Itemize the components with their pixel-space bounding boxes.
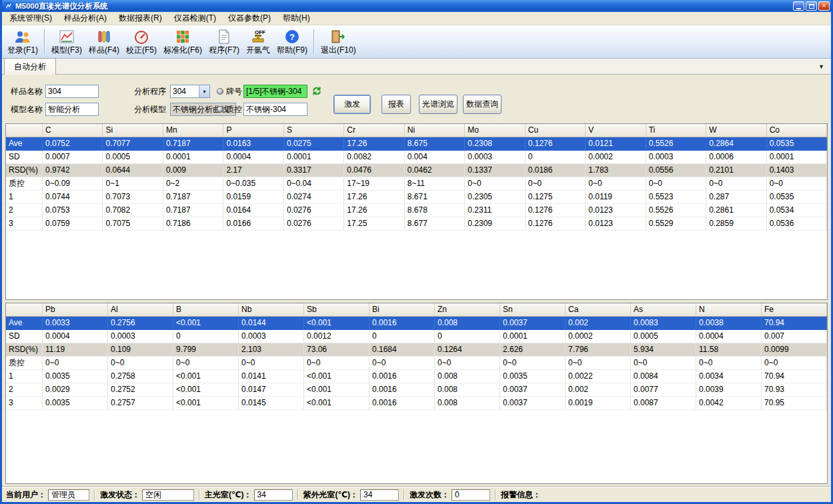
help-button[interactable]: ? 帮助(F9): [273, 27, 311, 57]
close-button[interactable]: ×: [818, 1, 830, 11]
program-button[interactable]: 程序(F7): [205, 27, 243, 57]
data-cell: 0.2756: [108, 317, 173, 330]
exit-button[interactable]: 退出(F10): [317, 27, 359, 57]
sample-button[interactable]: 样品(F4): [85, 27, 123, 57]
column-header-Zn: Zn: [435, 303, 500, 316]
data-cell: 2.17: [223, 164, 283, 177]
table1-row-SD[interactable]: SD0.00070.00050.00010.00040.00010.00820.…: [6, 151, 827, 164]
data-cell: 0~0.035: [223, 177, 283, 191]
column-header-W: W: [706, 124, 766, 137]
data-cell: 11.58: [696, 343, 762, 357]
brand-bullet-icon: [217, 88, 223, 95]
refresh-brand-button[interactable]: [311, 86, 322, 98]
data-cell: 0.0753: [43, 204, 103, 217]
table2-row-质控[interactable]: 质控0~00~00~00~00~00~00~00~00~00~00~00~0: [6, 357, 827, 370]
data-cell: 0.007: [762, 330, 827, 343]
maximize-button[interactable]: [806, 1, 817, 11]
data-cell: 0.0275: [284, 137, 344, 151]
table1-row-RSD(%)[interactable]: RSD(%)0.97420.06440.0092.170.33170.04760…: [6, 164, 827, 177]
data-cell: 0.5529: [646, 217, 706, 231]
data-cell: 0.0002: [566, 330, 631, 343]
data-cell: 0~0: [435, 357, 500, 370]
table1-row-1[interactable]: 10.07440.70730.71870.01590.027417.268.67…: [6, 191, 827, 204]
model-label: 模型(F3): [51, 45, 82, 56]
menu-item-3[interactable]: 数据报表(R): [113, 11, 168, 26]
program-combobox[interactable]: 304 ▼: [170, 85, 210, 98]
model-name-input[interactable]: [45, 103, 99, 116]
excite-count-value: 0: [452, 489, 490, 501]
data-cell: 0.0016: [369, 383, 435, 397]
data-cell: 0.7186: [163, 217, 223, 231]
excite-button[interactable]: 激发: [333, 95, 371, 114]
data-cell: 0.0163: [223, 137, 283, 151]
data-cell: 0.1275: [526, 191, 586, 204]
uv-chamber-label: 紫外光室(℃)：: [303, 489, 359, 501]
data-cell: 0.0037: [500, 397, 566, 410]
data-cell: 0.0038: [696, 317, 762, 330]
data-cell: 0.7187: [163, 191, 223, 204]
data-cell: 0.0752: [43, 137, 103, 151]
statusbar-separator: [495, 489, 496, 500]
data-cell: 0.287: [706, 191, 766, 204]
brand-field[interactable]: [1/5]不锈钢-304: [243, 85, 307, 98]
menu-item-1[interactable]: 系统管理(S): [3, 11, 58, 26]
chevron-down-icon[interactable]: ▼: [199, 85, 209, 97]
data-query-button[interactable]: 数据查询: [463, 95, 502, 114]
data-cell: 0.7073: [103, 191, 163, 204]
data-cell: 0: [173, 330, 239, 343]
column-header-C: C: [43, 124, 103, 137]
row-label: 1: [6, 191, 43, 204]
statusbar-separator: [403, 489, 405, 500]
table2-row-1[interactable]: 10.00350.2758<0.0010.0141<0.0010.00160.0…: [6, 370, 827, 383]
argon-button[interactable]: OFF 开氩气: [243, 27, 273, 57]
login-button[interactable]: 登录(F1): [4, 27, 41, 57]
menu-item-4[interactable]: 仪器检测(T): [168, 11, 222, 26]
current-user-value: 管理员: [48, 489, 89, 501]
data-cell: 11.19: [43, 343, 108, 357]
data-cell: 0.0159: [223, 191, 283, 204]
data-cell: 0.0077: [631, 383, 696, 397]
minimize-button[interactable]: [793, 1, 804, 11]
sample-name-input[interactable]: [45, 85, 99, 98]
table1-row-3[interactable]: 30.07590.70750.71860.01660.027617.258.67…: [6, 217, 827, 231]
data-cell: 0.0035: [43, 397, 108, 410]
sample-icon: [96, 29, 112, 45]
table2-row-SD[interactable]: SD0.00040.000300.00030.0012000.00010.000…: [6, 330, 827, 343]
tab-auto-analysis[interactable]: 自动分析: [4, 58, 56, 75]
data-cell: 0.0121: [586, 137, 646, 151]
excite-count-label: 激发次数：: [409, 489, 450, 501]
column-header-Bi: Bi: [369, 303, 435, 316]
excite-state-label: 激发状态：: [100, 489, 140, 501]
table1-row-2[interactable]: 20.07530.70820.71870.01640.027617.268.67…: [6, 204, 827, 217]
data-cell: <0.001: [304, 370, 369, 383]
argon-label: 开氩气: [246, 45, 270, 56]
data-cell: 0.0003: [108, 330, 173, 343]
spectrum-browse-button[interactable]: 光谱浏览: [419, 95, 458, 114]
standardize-button[interactable]: 标准化(F6): [160, 27, 205, 57]
help-label: 帮助(F9): [277, 45, 307, 56]
data-cell: 2.626: [500, 343, 566, 357]
table2-row-Ave[interactable]: Ave0.00330.2756<0.0010.0144<0.0010.00160…: [6, 317, 827, 330]
table2-row-RSD(%)[interactable]: RSD(%)11.190.1099.7992.10373.060.16840.1…: [6, 343, 827, 357]
table1-row-Ave[interactable]: Ave0.07520.70770.71870.01630.027517.268.…: [6, 137, 827, 151]
table2-row-3[interactable]: 30.00350.2757<0.0010.0145<0.0010.00160.0…: [6, 397, 827, 410]
report-button[interactable]: 报表: [381, 95, 411, 114]
menu-item-2[interactable]: 样品分析(A): [58, 11, 113, 26]
data-cell: 0.0016: [369, 397, 435, 410]
menu-item-5[interactable]: 仪器参数(P): [222, 11, 277, 26]
column-header-Mo: Mo: [465, 124, 525, 137]
tab-list-dropdown-icon[interactable]: ▼: [818, 63, 824, 70]
data-cell: 0.008: [435, 370, 500, 383]
calibration-button[interactable]: 校正(F5): [123, 27, 160, 57]
data-cell: 0~0: [239, 357, 304, 370]
model-button[interactable]: 模型(F3): [48, 27, 85, 57]
statusbar-separator: [199, 489, 200, 500]
data-cell: 0.0001: [767, 151, 827, 164]
calibration-label: 校正(F5): [126, 45, 157, 56]
data-cell: 0~0: [500, 357, 566, 370]
table2-row-2[interactable]: 20.00290.2752<0.0010.0147<0.0010.00160.0…: [6, 383, 827, 397]
data-cell: 0~0: [646, 177, 706, 191]
qc-field[interactable]: 不锈钢-304: [243, 103, 307, 116]
menu-item-6[interactable]: 帮助(H): [277, 11, 316, 26]
table1-row-质控[interactable]: 质控0~0.090~10~20~0.0350~0.0417~198~110~00…: [6, 177, 827, 191]
